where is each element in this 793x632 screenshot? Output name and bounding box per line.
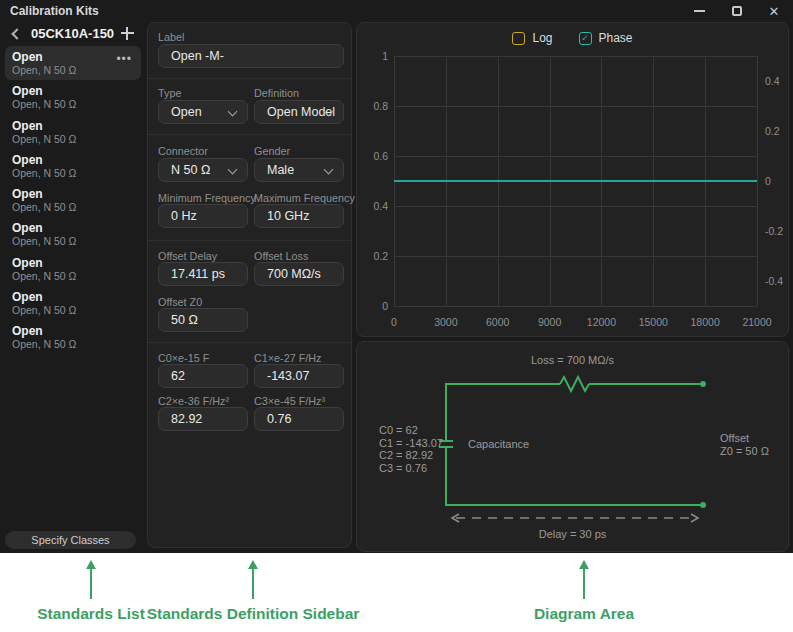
standards-list-item[interactable]: OpenOpen, N 50 Ω	[5, 320, 141, 354]
add-standard-button[interactable]	[116, 22, 138, 44]
axis-tick-label: 0.8	[362, 100, 388, 112]
axis-tick-label: 0	[369, 316, 419, 328]
standard-subtitle: Open, N 50 Ω	[12, 98, 135, 111]
separator	[148, 134, 351, 135]
axis-tick-label: 9000	[525, 316, 575, 328]
axis-tick-label: 12000	[576, 316, 626, 328]
axis-tick-label: 0	[362, 300, 388, 312]
gridline	[757, 56, 758, 306]
axis-tick-label: 0.6	[362, 150, 388, 162]
min-frequency-input[interactable]: 0 Hz	[158, 204, 248, 228]
standard-title: Open	[12, 187, 135, 201]
maximize-button[interactable]	[722, 0, 752, 22]
axis-tick-label: 3000	[421, 316, 471, 328]
c1-label: C1×e-27 F/Hz	[254, 352, 322, 364]
gridline	[394, 56, 757, 57]
axis-tick-label: 0.4	[765, 75, 780, 87]
standard-subtitle: Open, N 50 Ω	[12, 270, 135, 283]
diagram-area: Loss = 700 MΩ/s C0 = 62 C1 = -143.07 C2 …	[356, 341, 789, 552]
definition-label: Definition	[254, 87, 299, 99]
annotation-label: Diagram Area	[534, 605, 634, 623]
kit-header: 05CK10A-150	[0, 25, 146, 45]
axis-tick-label: 0.4	[362, 200, 388, 212]
standard-subtitle: Open, N 50 Ω	[12, 133, 135, 146]
maximize-icon	[732, 6, 742, 16]
standard-subtitle: Open, N 50 Ω	[12, 201, 135, 214]
standards-list-item[interactable]: OpenOpen, N 50 Ω	[5, 80, 141, 114]
offset-delay-label: Offset Delay	[158, 250, 217, 262]
gridline	[394, 106, 757, 107]
standard-title: Open	[12, 84, 135, 98]
standards-definition-sidebar: Label Open -M- Type Definition Open Open…	[147, 22, 352, 548]
label-input[interactable]: Open -M-	[158, 44, 344, 68]
standard-subtitle: Open, N 50 Ω	[12, 167, 135, 180]
chevron-down-icon	[228, 107, 238, 117]
window-title: Calibration Kits	[10, 0, 99, 22]
axis-tick-label: 0.2	[362, 250, 388, 262]
offset-loss-input[interactable]: 700 MΩ/s	[254, 262, 344, 286]
kit-name: 05CK10A-150	[31, 26, 114, 41]
c0-input[interactable]: 62	[158, 364, 248, 388]
specify-classes-button[interactable]: Specify Classes	[5, 531, 136, 549]
checkbox-unchecked-icon	[512, 32, 525, 45]
min-frequency-label: Minimum Frequency	[158, 192, 256, 204]
calibration-kits-window: Calibration Kits ✕ 05CK10A-150 OpenOpen,…	[0, 0, 793, 553]
coefficients-text: C0 = 62 C1 = -143.07 C2 = 82.92 C3 = 0.7…	[379, 424, 443, 474]
standards-list-item[interactable]: OpenOpen, N 50 Ω	[5, 183, 141, 217]
delay-arrow-icon	[452, 514, 698, 522]
standards-list-item[interactable]: OpenOpen, N 50 Ω	[5, 252, 141, 286]
standard-subtitle: Open, N 50 Ω	[12, 304, 135, 317]
annotation-arrow-icon	[85, 560, 97, 599]
gender-dropdown[interactable]: Male	[254, 158, 344, 182]
label-field-label: Label	[158, 31, 184, 43]
standard-title: Open	[12, 119, 135, 133]
axis-tick-label: 18000	[680, 316, 730, 328]
standards-list: OpenOpen, N 50 Ω•••OpenOpen, N 50 ΩOpenO…	[0, 46, 146, 355]
offset-z0-input[interactable]: 50 Ω	[158, 308, 248, 332]
axis-tick-label: 6000	[473, 316, 523, 328]
connector-dropdown[interactable]: N 50 Ω	[158, 158, 248, 182]
more-options-icon[interactable]: •••	[116, 54, 132, 64]
gender-label: Gender	[254, 145, 290, 157]
annotation-arrow-icon	[578, 560, 590, 599]
chevron-down-icon	[324, 165, 334, 175]
back-chevron-icon[interactable]	[11, 28, 22, 39]
c0-label: C0×e-15 F	[158, 352, 209, 364]
minimize-icon	[694, 10, 705, 12]
close-button[interactable]: ✕	[759, 0, 789, 22]
standards-list-item[interactable]: OpenOpen, N 50 Ω•••	[5, 46, 141, 80]
offset-delay-input[interactable]: 17.411 ps	[158, 262, 248, 286]
definition-dropdown[interactable]: Open Model	[254, 100, 344, 124]
standards-list-item[interactable]: OpenOpen, N 50 Ω	[5, 217, 141, 251]
max-frequency-input[interactable]: 10 GHz	[254, 204, 344, 228]
annotation-label: Standards List	[37, 605, 145, 623]
standard-title: Open	[12, 153, 135, 167]
phase-checkbox[interactable]: ✓ Phase	[579, 31, 633, 45]
separator	[148, 240, 351, 241]
annotation-arrow-icon	[247, 560, 259, 599]
axis-tick-label: 0	[765, 175, 771, 187]
annotation-label: Standards Definition Sidebar	[147, 605, 360, 623]
separator	[148, 342, 351, 343]
minimize-button[interactable]	[684, 0, 714, 22]
standard-title: Open	[12, 221, 135, 235]
offset-z0-label: Offset Z0	[158, 296, 202, 308]
c3-input[interactable]: 0.76	[254, 407, 344, 431]
standard-title: Open	[12, 290, 135, 304]
c2-input[interactable]: 82.92	[158, 407, 248, 431]
log-checkbox[interactable]: Log	[512, 31, 552, 45]
axis-tick-label: 21000	[732, 316, 782, 328]
standards-list-item[interactable]: OpenOpen, N 50 Ω	[5, 115, 141, 149]
standards-list-item[interactable]: OpenOpen, N 50 Ω	[5, 286, 141, 320]
capacitance-label: Capacitance	[468, 438, 529, 450]
standard-subtitle: Open, N 50 Ω	[12, 338, 135, 351]
axis-tick-label: -0.2	[765, 225, 783, 237]
c3-label: C3×e-45 F/Hz³	[254, 395, 325, 407]
chevron-down-icon	[228, 165, 238, 175]
type-dropdown[interactable]: Open	[158, 100, 248, 124]
c1-input[interactable]: -143.07	[254, 364, 344, 388]
offset-loss-label: Offset Loss	[254, 250, 308, 262]
separator	[148, 78, 351, 79]
chart-legend: Log ✓ Phase	[357, 31, 788, 45]
standards-list-item[interactable]: OpenOpen, N 50 Ω	[5, 149, 141, 183]
